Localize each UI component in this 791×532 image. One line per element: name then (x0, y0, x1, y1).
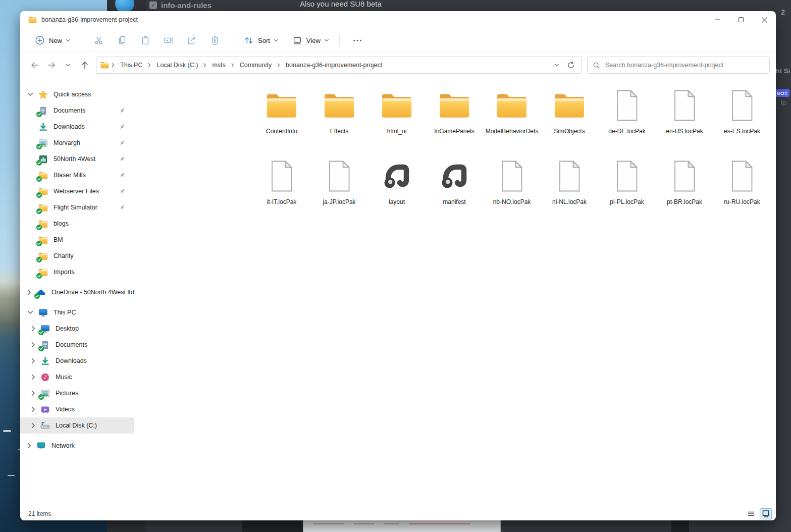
forward-button[interactable] (43, 57, 60, 73)
chevron-right-icon[interactable] (31, 422, 35, 429)
sidebar-item-downloads[interactable]: Downloads (20, 119, 134, 135)
chevron-down-icon[interactable] (27, 92, 33, 96)
chevron-right-icon[interactable] (31, 358, 35, 364)
folder-icon (381, 89, 413, 122)
file-tile-ja-jp[interactable]: ja-JP.locPak (310, 156, 368, 227)
json-file-icon (438, 160, 470, 192)
file-tile-es-es[interactable]: es-ES.locPak (713, 85, 771, 156)
sidebar-network[interactable]: Network (20, 438, 134, 454)
share-button[interactable] (180, 32, 203, 49)
cut-button[interactable] (87, 32, 111, 49)
large-icons-view-toggle[interactable] (760, 508, 772, 519)
file-tile-ingamepanels[interactable]: InGamePanels (426, 85, 483, 156)
synced-check-icon (36, 273, 42, 279)
chevron-right-icon (148, 63, 151, 68)
sidebar-item-videos[interactable]: Videos (20, 401, 134, 417)
sidebar-item-documents[interactable]: Documents (20, 102, 134, 119)
sidebar-item-morvargh[interactable]: Morvargh (20, 135, 134, 151)
more-options-button[interactable] (346, 32, 369, 49)
sidebar-item-desktop[interactable]: Desktop (20, 321, 134, 337)
file-tile-nl-nl[interactable]: nl-NL.locPak (541, 156, 598, 227)
sidebar-item-50north-4west[interactable]: 50North 4West (20, 151, 134, 167)
sidebar-quick-access[interactable]: Quick access (20, 86, 134, 102)
delete-button[interactable] (203, 32, 227, 49)
chevron-down-icon[interactable] (27, 310, 33, 314)
chevron-right-icon[interactable] (31, 390, 35, 396)
minimize-button[interactable] (706, 11, 729, 28)
back-button[interactable] (26, 57, 43, 73)
file-tile-manifest[interactable]: manifest (426, 156, 483, 227)
file-tile-sv-se[interactable]: sv-SE.locPak (771, 156, 776, 227)
sidebar-item-charity[interactable]: Charity (20, 248, 134, 264)
view-button[interactable]: View (288, 32, 333, 49)
sidebar-item-imports[interactable]: Imports (20, 264, 134, 280)
up-button[interactable] (76, 57, 93, 73)
pin-icon[interactable] (119, 107, 126, 114)
file-tile-nb-no[interactable]: nb-NO.locPak (483, 156, 541, 227)
chevron-right-icon[interactable] (27, 443, 31, 449)
file-tile-simobjects[interactable]: SimObjects (541, 85, 598, 156)
details-view-toggle[interactable] (746, 509, 757, 519)
file-tile-effects[interactable]: Effects (310, 85, 368, 156)
breadcrumb-msfs[interactable]: msfs (209, 60, 228, 71)
chevron-right-icon[interactable] (31, 374, 35, 380)
breadcrumb-community[interactable]: Community (237, 60, 275, 71)
file-tile-pt-br[interactable]: pt-BR.locPak (656, 156, 713, 227)
file-tile-contentinfo[interactable]: ContentInfo (253, 85, 310, 156)
file-tile-en-us[interactable]: en-US.locPak (656, 85, 713, 156)
search-box[interactable] (587, 57, 770, 74)
sidebar-item-local-disk-c[interactable]: Local Disk (C:) (20, 417, 134, 434)
breadcrumb-this-pc[interactable]: This PC (117, 60, 145, 71)
chevron-right-icon[interactable] (31, 326, 35, 332)
file-tile-layout[interactable]: layout (368, 156, 426, 227)
maximize-button[interactable] (729, 11, 753, 28)
rename-button[interactable] (157, 32, 180, 49)
paste-button[interactable] (134, 32, 157, 49)
pin-icon[interactable] (119, 188, 126, 195)
folder-icon (553, 89, 586, 122)
search-input[interactable] (604, 61, 764, 69)
file-tile-fi-fi[interactable]: fi-FI.locPak (771, 85, 776, 156)
pin-icon[interactable] (119, 155, 126, 163)
recent-locations-button[interactable] (60, 57, 76, 73)
close-button[interactable] (753, 11, 776, 28)
sidebar-item-blogs[interactable]: blogs (20, 216, 134, 232)
pin-icon[interactable] (119, 204, 126, 211)
pin-icon[interactable] (119, 123, 126, 130)
address-dropdown-button[interactable] (554, 64, 559, 67)
sidebar-item-bm[interactable]: BM (20, 232, 134, 248)
sidebar-item-flight-simulator[interactable]: Flight Simulator (20, 199, 134, 216)
file-tile-html-ui[interactable]: html_ui (368, 85, 426, 156)
sidebar-item-pc-documents[interactable]: Documents (20, 337, 134, 353)
sidebar-onedrive[interactable]: OneDrive - 50North 4West ltd (20, 284, 134, 300)
files-pane: ContentInfo Effects html_ui InGamePanels… (134, 77, 776, 507)
new-button[interactable]: New (30, 32, 75, 49)
pin-icon[interactable] (119, 172, 126, 179)
sidebar-this-pc[interactable]: This PC (20, 304, 134, 321)
copy-button[interactable] (111, 32, 134, 49)
refresh-button[interactable] (566, 61, 575, 70)
sidebar-item-blaser-mills[interactable]: Blaser Mills (20, 167, 134, 183)
synced-check-icon (38, 394, 44, 400)
address-bar[interactable]: This PC Local Disk (C:) msfs Community b… (96, 57, 582, 74)
file-tile-pl-pl[interactable]: pl-PL.locPak (598, 156, 656, 227)
sidebar-item-music[interactable]: Music (20, 369, 134, 385)
breadcrumb-current-folder[interactable]: bonanza-g36-improvement-project (283, 60, 385, 71)
chevron-right-icon[interactable] (31, 406, 35, 412)
sort-button[interactable]: Sort (239, 32, 283, 49)
wallpaper-boats (3, 430, 11, 432)
navigation-pane: Quick access Documents Downloads Morvarg… (20, 77, 134, 507)
sidebar-item-pictures[interactable]: Pictures (20, 385, 134, 401)
file-tile-de-de[interactable]: de-DE.locPak (598, 85, 656, 156)
sidebar-item-webserver-files[interactable]: Webserver Files (20, 183, 134, 199)
breadcrumb-local-disk[interactable]: Local Disk (C:) (153, 60, 201, 71)
synced-check-icon (36, 192, 42, 198)
pin-icon[interactable] (119, 139, 126, 146)
file-tile-ru-ru[interactable]: ru-RU.locPak (713, 156, 771, 227)
title-bar[interactable]: bonanza-g36-improvement-project (20, 11, 776, 28)
file-tile-it-it[interactable]: it-IT.locPak (253, 156, 310, 227)
chevron-right-icon[interactable] (31, 342, 35, 348)
file-tile-modelbehaviordefs[interactable]: ModelBehaviorDefs (483, 85, 541, 156)
sidebar-item-pc-downloads[interactable]: Downloads (20, 353, 134, 369)
chevron-right-icon[interactable] (27, 289, 31, 295)
